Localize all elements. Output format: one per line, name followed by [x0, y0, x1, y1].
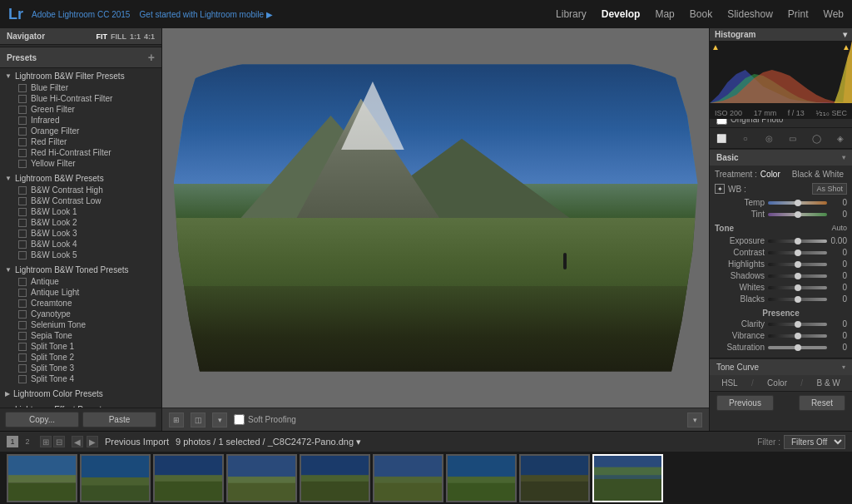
preset-group-bw-filter-header[interactable]: ▼ Lightroom B&W Filter Presets: [0, 70, 161, 82]
healing-tool-btn[interactable]: ○: [737, 131, 754, 145]
tint-thumb[interactable]: [795, 211, 801, 218]
preset-blue-filter[interactable]: Blue Filter: [0, 82, 161, 93]
mobile-link[interactable]: Get started with Lightroom mobile ▶: [140, 10, 273, 19]
auto-btn[interactable]: Auto: [831, 224, 847, 232]
toolbar-dropdown-btn[interactable]: ▾: [687, 413, 702, 427]
whites-slider[interactable]: [768, 286, 827, 289]
highlights-thumb[interactable]: [795, 261, 801, 268]
nav-fit[interactable]: FIT: [96, 32, 107, 41]
thumb-4[interactable]: [226, 454, 297, 502]
hsl-tab[interactable]: HSL: [721, 378, 737, 388]
color-tab[interactable]: Color: [767, 378, 787, 388]
temp-thumb[interactable]: [795, 200, 801, 206]
eyedropper-icon[interactable]: ✦: [715, 184, 725, 194]
preset-bw-look2[interactable]: B&W Look 2: [0, 217, 161, 228]
previous-button[interactable]: Previous: [716, 395, 774, 411]
saturation-slider[interactable]: [768, 346, 827, 349]
thumb-8[interactable]: [519, 454, 590, 502]
contrast-thumb[interactable]: [795, 250, 801, 256]
nav-print[interactable]: Print: [788, 8, 809, 20]
preset-bw-look5[interactable]: B&W Look 5: [0, 250, 161, 260]
preset-split-tone-4[interactable]: Split Tone 4: [0, 373, 161, 384]
preset-red-hi-contrast[interactable]: Red Hi-Contrast Filter: [0, 147, 161, 158]
page-1-btn[interactable]: 1: [7, 436, 18, 447]
add-preset-btn[interactable]: +: [148, 51, 155, 64]
gradient-btn[interactable]: ▭: [785, 131, 801, 145]
blacks-thumb[interactable]: [795, 296, 801, 303]
nav-4-1[interactable]: 4:1: [144, 32, 155, 41]
soft-proofing-toggle[interactable]: Soft Proofing: [234, 414, 296, 425]
thumb-7[interactable]: [446, 454, 517, 502]
loupe-view-btn[interactable]: ⊟: [53, 436, 65, 447]
thumb-3[interactable]: [153, 454, 224, 502]
tint-slider[interactable]: [768, 213, 827, 216]
preset-split-tone-3[interactable]: Split Tone 3: [0, 363, 161, 373]
preset-bw-contrast-high[interactable]: B&W Contrast High: [0, 185, 161, 195]
temp-slider[interactable]: [768, 201, 827, 205]
radial-btn[interactable]: ◯: [808, 131, 825, 145]
bw-tab[interactable]: B & W: [816, 378, 840, 388]
view-compare-btn[interactable]: ◫: [191, 413, 206, 427]
vibrance-thumb[interactable]: [795, 333, 801, 339]
thumb-2[interactable]: [80, 454, 151, 502]
whites-thumb[interactable]: [795, 284, 801, 291]
red-eye-btn[interactable]: ◎: [760, 131, 777, 145]
nav-web[interactable]: Web: [824, 8, 844, 20]
preset-infrared[interactable]: Infrared: [0, 115, 161, 126]
treatment-color[interactable]: Color: [757, 169, 784, 180]
preset-orange-filter[interactable]: Orange Filter: [0, 126, 161, 136]
nav-prev-btn[interactable]: ◀: [72, 436, 83, 447]
view-grid-btn[interactable]: ⊞: [169, 413, 184, 427]
thumb-6[interactable]: [373, 454, 443, 502]
preset-split-tone-1[interactable]: Split Tone 1: [0, 341, 161, 352]
preset-bw-look3[interactable]: B&W Look 3: [0, 228, 161, 239]
nav-1-1[interactable]: 1:1: [130, 32, 141, 41]
treatment-bw[interactable]: Black & White: [789, 169, 847, 180]
preset-bw-look4[interactable]: B&W Look 4: [0, 239, 161, 250]
preset-group-bw-toned-header[interactable]: ▼ Lightroom B&W Toned Presets: [0, 264, 161, 276]
preset-yellow-filter[interactable]: Yellow Filter: [0, 158, 161, 169]
preset-red-filter[interactable]: Red Filter: [0, 136, 161, 147]
preset-green-filter[interactable]: Green Filter: [0, 104, 161, 115]
reset-button[interactable]: Reset: [799, 395, 845, 411]
filter-dropdown[interactable]: Filters Off: [784, 435, 845, 449]
grid-view-btn[interactable]: ⊞: [40, 436, 52, 447]
preset-split-tone-2[interactable]: Split Tone 2: [0, 352, 161, 363]
clarity-slider[interactable]: [768, 323, 827, 326]
clip-left-icon[interactable]: ▲: [711, 42, 720, 51]
view-options-btn[interactable]: ▾: [212, 413, 227, 427]
blacks-slider[interactable]: [768, 298, 827, 301]
preset-antique-light[interactable]: Antique Light: [0, 287, 161, 298]
preset-group-bw-header[interactable]: ▼ Lightroom B&W Presets: [0, 172, 161, 185]
contrast-slider[interactable]: [768, 251, 827, 254]
shadows-slider[interactable]: [768, 274, 827, 278]
nav-fill[interactable]: FILL: [111, 32, 126, 41]
nav-book[interactable]: Book: [690, 8, 712, 20]
preset-blue-hi-contrast[interactable]: Blue Hi-Contrast Filter: [0, 93, 161, 104]
clip-right-icon[interactable]: ▲: [842, 42, 850, 51]
canvas-area[interactable]: [162, 28, 709, 408]
preset-bw-contrast-low[interactable]: B&W Contrast Low: [0, 195, 161, 206]
thumb-1[interactable]: [7, 454, 77, 502]
page-2-btn[interactable]: 2: [22, 436, 33, 447]
preset-group-color-header[interactable]: ▶ Lightroom Color Presets: [0, 388, 161, 400]
shadows-thumb[interactable]: [795, 273, 801, 279]
exposure-thumb[interactable]: [795, 238, 801, 245]
thumb-9[interactable]: [592, 454, 663, 502]
preset-sepia-tone[interactable]: Sepia Tone: [0, 330, 161, 341]
crop-tool-btn[interactable]: ⬜: [713, 131, 730, 145]
clarity-thumb[interactable]: [795, 321, 801, 328]
tone-curve-section[interactable]: Tone Curve ▾: [710, 358, 852, 375]
brush-btn[interactable]: ◈: [832, 131, 849, 145]
preset-selenium-tone[interactable]: Selenium Tone: [0, 319, 161, 330]
basic-section-header[interactable]: Basic ▾: [710, 149, 852, 166]
preset-creamtone[interactable]: Creamtone: [0, 298, 161, 309]
saturation-thumb[interactable]: [795, 344, 801, 351]
nav-next-btn[interactable]: ▶: [87, 436, 98, 447]
copy-button[interactable]: Copy...: [5, 412, 79, 427]
exposure-slider[interactable]: [768, 240, 827, 243]
nav-map[interactable]: Map: [655, 8, 674, 20]
preset-antique[interactable]: Antique: [0, 276, 161, 287]
soft-proofing-checkbox[interactable]: [234, 414, 245, 425]
highlights-slider[interactable]: [768, 263, 827, 266]
